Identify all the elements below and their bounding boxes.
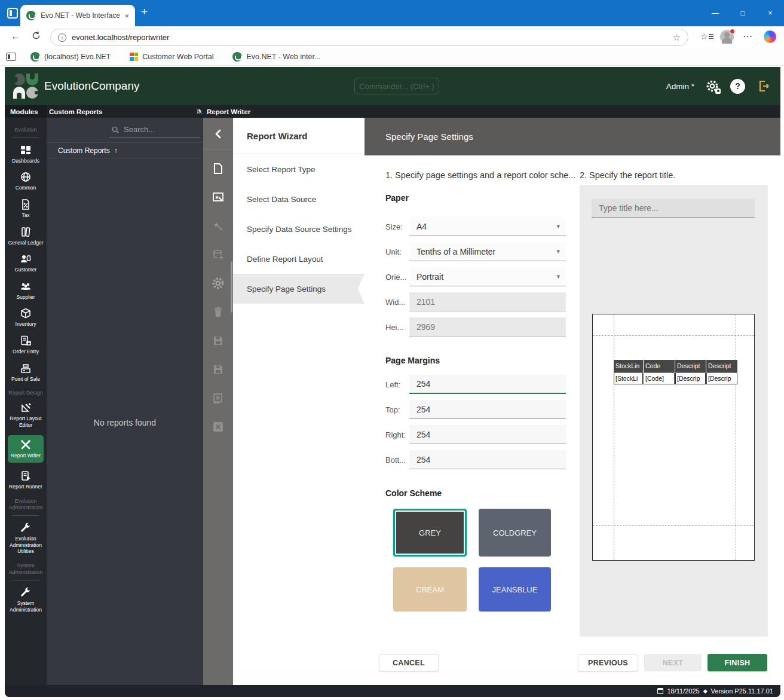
paper-width-row: Wid... 2101 (385, 292, 566, 311)
unit-select[interactable]: Tenths of a Millimeter ▾ (409, 242, 566, 261)
sidebar-item-point-of-sale[interactable]: Point of Sale (6, 362, 45, 383)
color-option-grey[interactable]: GREY (393, 509, 467, 557)
margin-left-input[interactable] (409, 375, 566, 393)
maximize-button[interactable]: □ (729, 0, 757, 26)
sidebar-item-system-administration[interactable]: System Administration (6, 586, 45, 613)
new-tab-button[interactable]: + (141, 6, 148, 17)
copilot-icon[interactable] (764, 30, 776, 43)
refresh-icon[interactable] (31, 30, 41, 41)
width-field: 2101 (409, 292, 566, 311)
sidebar-section-evolution-administration: Evolution Administration (5, 498, 47, 512)
favorite-star-icon[interactable]: ☆ (673, 32, 681, 43)
sidebar-item-order-entry[interactable]: Order Entry (6, 335, 45, 355)
magic-wand-icon[interactable] (203, 212, 233, 240)
logout-icon[interactable] (757, 79, 771, 93)
divider (203, 149, 233, 149)
discard-report-icon[interactable] (203, 384, 233, 412)
back-icon[interactable]: ← (11, 31, 21, 41)
tab-close-icon[interactable]: × (124, 12, 129, 20)
bookmark-evonet-web[interactable]: Evo.NET - Web inter... (232, 52, 320, 62)
save-icon[interactable] (203, 326, 233, 355)
report-title-input[interactable] (592, 199, 755, 218)
wizard-step-select-report-type[interactable]: Select Report Type (233, 154, 365, 184)
wizard-step-select-data-source[interactable]: Select Data Source (233, 184, 365, 214)
minimize-button[interactable]: — (702, 0, 729, 26)
finish-button[interactable]: FINISH (708, 654, 767, 671)
sidebar-section-evolution: Evolution (14, 127, 36, 134)
margin-top-input[interactable] (409, 400, 566, 418)
color-option-cream[interactable]: CREAM (393, 567, 467, 612)
empty-state-message: No reports found (47, 418, 203, 427)
search-icon (111, 126, 120, 134)
size-select[interactable]: A4 ▾ (409, 217, 566, 236)
status-date: 18/11/2025 (667, 687, 699, 695)
bookmarks-bar: (localhost) Evo.NET Customer Web Portal … (0, 48, 784, 66)
sidebar-item-supplier[interactable]: Supplier (6, 280, 45, 301)
workspace-icon[interactable] (7, 8, 18, 19)
browser-titlebar: Evo.NET - Web Interface for Sage × + — □… (0, 0, 784, 26)
manage-settings-icon[interactable] (706, 80, 719, 93)
site-info-icon[interactable] (58, 33, 66, 42)
add-datasource-icon[interactable] (203, 240, 233, 269)
toolbar-scrollbar[interactable] (231, 261, 232, 313)
new-report-icon[interactable] (203, 154, 233, 183)
tab-custom-reports[interactable]: Custom Reports (49, 105, 102, 118)
browser-tab[interactable]: Evo.NET - Web Interface for Sage × (20, 5, 135, 26)
margin-right-input[interactable] (409, 425, 566, 444)
report-title-panel: StockLin Code Descript Descript [StockLi… (580, 185, 768, 637)
sidebar-section-system-administration: System Administration (5, 563, 47, 576)
report-wizard-icon[interactable] (203, 183, 233, 212)
delete-icon[interactable] (203, 298, 233, 326)
collapse-panel-icon[interactable] (203, 121, 233, 146)
settings-gear-icon[interactable] (203, 269, 233, 298)
reports-list-header[interactable]: Custom Reports ↑ (47, 142, 203, 158)
tab-report-writer[interactable]: Report Writer (195, 105, 250, 118)
orientation-label: Orie... (385, 273, 409, 282)
company-name: EvolutionCompany (44, 67, 139, 105)
wrench-icon (20, 586, 32, 598)
color-option-coldgrey[interactable]: COLDGREY (479, 509, 551, 557)
sidebar-item-report-layout-editor[interactable]: Report Layout Editor (6, 402, 45, 428)
chevron-down-icon: ▾ (556, 247, 560, 255)
sidebar-item-evolution-administration-utilities[interactable]: Evolution Administration Utilities (6, 522, 45, 555)
evonet-favicon (30, 52, 40, 62)
commander-search[interactable]: Commander... (Ctrl+.) (354, 78, 439, 94)
sidebar-item-customer[interactable]: Customer (6, 253, 45, 273)
sidebar-item-tax[interactable]: Tax (6, 198, 45, 219)
previous-button[interactable]: PREVIOUS (578, 654, 638, 671)
reports-search[interactable] (109, 122, 200, 137)
wizard-step-specify-page-settings[interactable]: Specify Page Settings (233, 274, 365, 304)
orientation-select[interactable]: Portrait ▾ (409, 267, 566, 286)
margin-bottom-input[interactable] (409, 450, 566, 469)
close-icon[interactable] (203, 412, 233, 441)
sidebar-item-inventory[interactable]: Inventory (6, 307, 45, 328)
profile-avatar[interactable] (720, 30, 734, 44)
sidebar-item-general-ledger[interactable]: General Ledger (6, 226, 45, 246)
wizard-step-specify-data-source-settings[interactable]: Specify Data Source Settings (233, 214, 365, 244)
unpin-icon[interactable] (195, 108, 203, 115)
save-as-icon[interactable] (203, 355, 233, 384)
color-option-jeansblue[interactable]: JEANSBLUE (479, 567, 551, 612)
search-input[interactable] (124, 125, 198, 134)
wizard-step-define-report-layout[interactable]: Define Report Layout (233, 244, 365, 274)
tab-modules[interactable]: Modules (5, 105, 47, 118)
sidebar-item-report-runner[interactable]: Report Runner (6, 470, 45, 490)
browser-navbar: ← evonet.localhost/reportwriter ☆ ☆ ⋯ (0, 26, 784, 48)
bookmark-customer-web-portal[interactable]: Customer Web Portal (130, 53, 213, 61)
sidebar-item-report-writer[interactable]: Report Writer (8, 435, 44, 463)
address-bar[interactable]: evonet.localhost/reportwriter ☆ (50, 29, 688, 46)
sidebar-item-common[interactable]: Common (6, 171, 45, 191)
help-icon[interactable] (730, 79, 745, 94)
bookmarks-panel-icon[interactable] (6, 53, 16, 61)
sidebar-section-report-design: Report Design (8, 390, 43, 397)
paper-orientation-row: Orie... Portrait ▾ (385, 267, 566, 286)
user-menu[interactable]: Admin * (666, 82, 694, 91)
bookmark-localhost-evonet[interactable]: (localhost) Evo.NET (30, 52, 111, 62)
browser-menu-icon[interactable]: ⋯ (743, 30, 752, 42)
paper-unit-row: Unit: Tenths of a Millimeter ▾ (385, 242, 566, 261)
favorites-bar-icon[interactable]: ☆ (700, 32, 713, 41)
cancel-button[interactable]: CANCEL (379, 654, 439, 671)
sidebar-item-dashboards[interactable]: Dashboards (6, 144, 45, 164)
close-button[interactable]: × (757, 0, 784, 26)
customer-icon (20, 253, 32, 265)
